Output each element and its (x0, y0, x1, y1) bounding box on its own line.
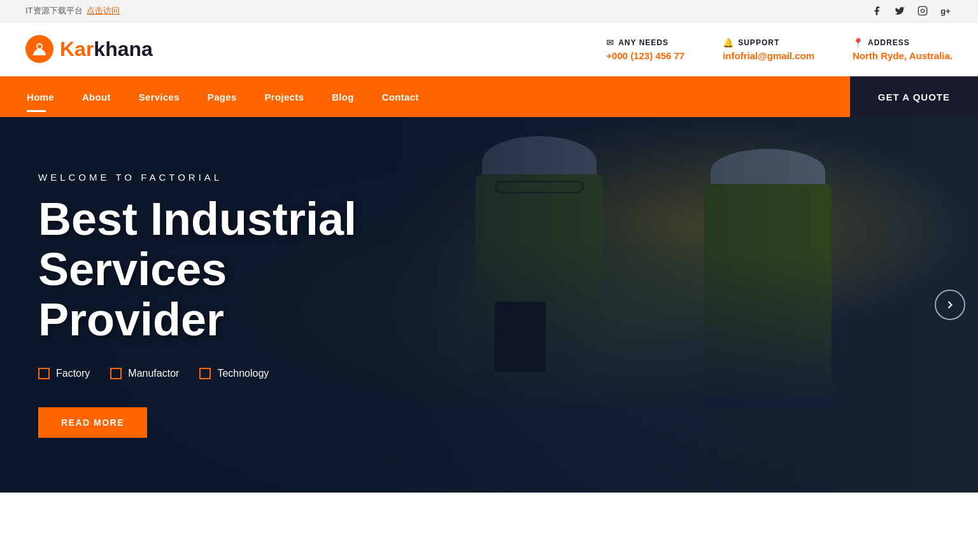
tag-box-factory (38, 368, 50, 379)
nav-cta-button[interactable]: GET A QUOTE (850, 76, 978, 117)
top-bar-left: IT资源下载平台 点击访问 (25, 5, 120, 17)
navbar: Home About Services Pages Projects Blog … (0, 76, 978, 117)
contact-support-value: infofrial@gmail.com (723, 50, 814, 61)
header: Karkhana ✉ ANY NEEDS +000 (123) 456 77 🔔… (0, 22, 978, 76)
top-bar: IT资源下载平台 点击访问 g+ (0, 0, 978, 22)
nav-items: Home About Services Pages Projects Blog … (0, 76, 850, 117)
svg-rect-0 (918, 6, 926, 15)
nav-item-contact[interactable]: Contact (368, 76, 433, 117)
nav-item-blog[interactable]: Blog (318, 76, 368, 117)
nav-item-about[interactable]: About (68, 76, 125, 117)
contact-address-label: 📍 ADDRESS (853, 38, 953, 48)
read-more-button[interactable]: READ MORE (38, 407, 147, 438)
hero-title-line2: Services Provider (38, 244, 227, 345)
logo-part2: khana (94, 38, 152, 60)
twitter-icon[interactable] (893, 4, 907, 18)
svg-point-3 (38, 45, 41, 48)
hero-tags: Factory Manufactor Technology (38, 368, 408, 379)
contact-phone-label: ✉ ANY NEEDS (606, 38, 684, 48)
tag-label-manufactor: Manufactor (128, 368, 179, 379)
contact-support-label: 🔔 SUPPORT (723, 38, 814, 48)
hero-subtitle: WELCOME TO FACTORIAL (38, 172, 408, 183)
logo-icon (25, 35, 53, 63)
support-icon: 🔔 (723, 38, 734, 48)
platform-text: IT资源下载平台 (25, 5, 83, 17)
tag-label-factory: Factory (56, 368, 90, 379)
logo-text: Karkhana (60, 38, 153, 61)
contact-phone-value: +000 (123) 456 77 (606, 50, 684, 61)
social-icons: g+ (870, 4, 953, 18)
hero-title: Best Industrial Services Provider (38, 194, 408, 346)
contact-phone: ✉ ANY NEEDS +000 (123) 456 77 (606, 38, 684, 61)
nav-item-services[interactable]: Services (125, 76, 194, 117)
instagram-icon[interactable] (916, 4, 930, 18)
header-contacts: ✉ ANY NEEDS +000 (123) 456 77 🔔 SUPPORT … (606, 38, 953, 61)
logo-part1: Kar (60, 38, 94, 60)
googleplus-icon[interactable]: g+ (939, 4, 953, 18)
contact-address: 📍 ADDRESS North Ryde, Australia. (853, 38, 953, 61)
tag-box-manufactor (110, 368, 122, 379)
contact-address-value: North Ryde, Australia. (853, 50, 953, 61)
nav-item-home[interactable]: Home (13, 76, 68, 117)
nav-item-pages[interactable]: Pages (194, 76, 251, 117)
hero-title-line1: Best Industrial (38, 193, 357, 244)
hero-tag-factory: Factory (38, 368, 90, 379)
hero-tag-manufactor: Manufactor (110, 368, 179, 379)
hero-section: WELCOME TO FACTORIAL Best Industrial Ser… (0, 117, 978, 493)
hero-tag-technology: Technology (199, 368, 269, 379)
address-icon: 📍 (853, 38, 864, 48)
logo[interactable]: Karkhana (25, 35, 153, 63)
facebook-icon[interactable] (870, 4, 884, 18)
hero-next-arrow[interactable] (935, 290, 965, 320)
tag-box-technology (199, 368, 211, 379)
email-icon: ✉ (606, 38, 614, 48)
tag-label-technology: Technology (217, 368, 269, 379)
platform-link[interactable]: 点击访问 (87, 5, 120, 17)
hero-content: WELCOME TO FACTORIAL Best Industrial Ser… (0, 172, 446, 438)
contact-support: 🔔 SUPPORT infofrial@gmail.com (723, 38, 814, 61)
nav-item-projects[interactable]: Projects (251, 76, 318, 117)
